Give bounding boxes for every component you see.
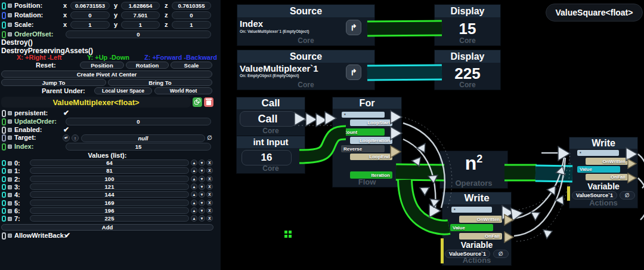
for-loopend-output[interactable]: LoopEnd [350,154,392,160]
field-type-icon [2,200,6,206]
remove-item-button[interactable]: X [206,200,213,206]
move-down-button[interactable]: ▼ [199,200,205,206]
move-down-button[interactable]: ▼ [199,207,205,214]
write-onfail-output[interactable]: OnFail [586,174,628,180]
node-display-15[interactable]: Display 15 Core [435,5,500,45]
move-down-button[interactable]: ▼ [199,183,205,190]
bring-to-button[interactable]: Bring To [108,79,212,86]
world-root-button[interactable]: World Root [154,87,212,94]
node-square[interactable]: n2 Operators [440,151,507,188]
create-pivot-button[interactable]: Create Pivot At Center [1,70,212,78]
scale-z-field[interactable]: 1 [172,21,211,29]
remove-item-button[interactable]: X [206,167,213,174]
reset-rotation-button[interactable]: Rotation [126,62,169,69]
write-impulse-input[interactable]: * [577,150,619,156]
rotation-y-field[interactable]: 7.501 [121,11,160,19]
move-up-button[interactable]: ▲ [191,167,197,174]
move-down-button[interactable]: ▼ [199,176,205,182]
target-up-button[interactable]: ↑ [72,134,79,142]
scale-x-field[interactable]: 1 [70,21,110,29]
target-clear-button[interactable]: ∅ [207,134,212,141]
remove-item-button[interactable]: X [206,191,213,198]
duplicate-component-button[interactable] [193,97,202,107]
node-source-index[interactable]: Source Index On: ValueMultiplexer`1 (Emp… [237,5,374,45]
list-item-value[interactable]: 169 [30,200,189,206]
jump-to-button[interactable]: Jump To [1,79,106,86]
remove-item-button[interactable]: X [206,159,213,166]
move-down-button[interactable]: ▼ [199,191,205,198]
index-field[interactable]: 15 [66,143,211,151]
move-up-button[interactable]: ▲ [191,176,197,182]
move-up-button[interactable]: ▲ [191,159,197,166]
destroy-method[interactable]: Destroy() [1,38,33,47]
node-source-valuemultiplexer[interactable]: Source ValueMultiplexer`1 On: EmptyObjec… [237,50,374,90]
target-reference-field[interactable]: null [81,134,205,142]
write-value-input[interactable]: Value [450,224,493,231]
rotation-x-field[interactable]: 0 [70,11,110,19]
list-item-value[interactable]: 196 [30,207,189,214]
node-write-right[interactable]: Write * OnWritten Value OnFail Variable … [569,137,637,208]
move-up-button[interactable]: ▲ [191,200,197,206]
write-onwritten-output[interactable]: OnWritten [459,216,502,223]
position-x-field[interactable]: 0.06731553 [70,2,110,10]
position-z-field[interactable]: 0.7610355 [172,2,211,10]
for-run-impulse-input[interactable]: * [342,112,385,118]
for-loopstart-output[interactable]: LoopStart [350,119,392,126]
delete-component-button[interactable] [204,97,213,107]
call-impulse-button[interactable]: Call [240,111,296,127]
move-up-button[interactable]: ▲ [191,191,197,198]
impulse-wire-exit [638,178,644,220]
impulse-input-port[interactable] [429,204,441,217]
list-item-value[interactable]: 64 [30,159,189,166]
position-y-field[interactable]: 1.628654 [121,2,160,10]
list-item-value[interactable]: 81 [30,167,189,174]
updateorder-field[interactable]: 0 [66,118,211,125]
target-write-back-button[interactable]: ↵ [63,134,70,142]
node-for[interactable]: For * LoopStart Count LoopIteration Reve… [333,97,401,187]
remove-item-button[interactable]: X [206,183,213,190]
node-write-bottom[interactable]: Write * OnWritten Value OnFail Variable … [442,192,511,265]
node-browser-pill[interactable]: ValueSquare<float> [546,4,643,22]
enabled-checkbox[interactable]: ✔ [63,126,69,133]
for-loopiteration-output[interactable]: LoopIteration [350,137,392,144]
remove-item-button[interactable]: X [206,215,213,222]
node-int-input[interactable]: int Input 16 Core [237,136,305,173]
reset-position-button[interactable]: Position [80,62,124,69]
impulse-arrow [547,183,559,195]
ref-jump-button[interactable]: ↱ [346,20,361,35]
scale-y-field[interactable]: 1 [121,21,160,29]
move-down-button[interactable]: ▼ [199,167,205,174]
move-up-button[interactable]: ▲ [191,183,197,190]
write-onfail-output[interactable]: OnFail [459,233,502,240]
for-reverse-input[interactable]: Reverse [341,145,385,152]
for-count-input[interactable]: Count [341,128,385,136]
remove-item-button[interactable]: X [206,207,213,214]
allowwriteback-checkbox[interactable]: ✔ [64,232,70,239]
persistent-checkbox[interactable]: ✔ [63,109,69,116]
list-item-value[interactable]: 100 [30,176,189,182]
orderoffset-field[interactable]: 0 [66,30,211,38]
move-up-button[interactable]: ▲ [191,207,197,214]
add-list-item-button[interactable]: Add [1,224,213,231]
move-down-button[interactable]: ▼ [199,215,205,222]
list-item-value[interactable]: 144 [30,191,189,198]
write-onwritten-output[interactable]: OnWritten [586,158,628,165]
node-display-225[interactable]: Display 225 Core [435,50,500,90]
write-value-input[interactable]: Value [577,166,620,173]
node-title: Display [435,50,500,63]
int-input-field[interactable]: 16 [242,150,292,165]
component-title-bar[interactable]: ValueMultiplexer<float> [1,97,191,108]
list-item-value[interactable]: 225 [30,215,189,222]
move-up-button[interactable]: ▲ [191,215,197,222]
move-down-button[interactable]: ▼ [199,159,205,166]
write-impulse-input[interactable]: * [451,207,492,213]
node-call[interactable]: Call Call Core [237,97,305,136]
list-item-value[interactable]: 121 [30,183,189,190]
impulse-arrow [412,157,424,168]
rotation-z-field[interactable]: 0 [172,11,211,19]
remove-item-button[interactable]: X [206,176,213,182]
reset-scale-button[interactable]: Scale [171,62,212,69]
impulse-input-port[interactable] [558,146,570,161]
local-user-space-button[interactable]: Local User Space [94,87,152,94]
ref-jump-button[interactable]: ↱ [346,65,361,80]
